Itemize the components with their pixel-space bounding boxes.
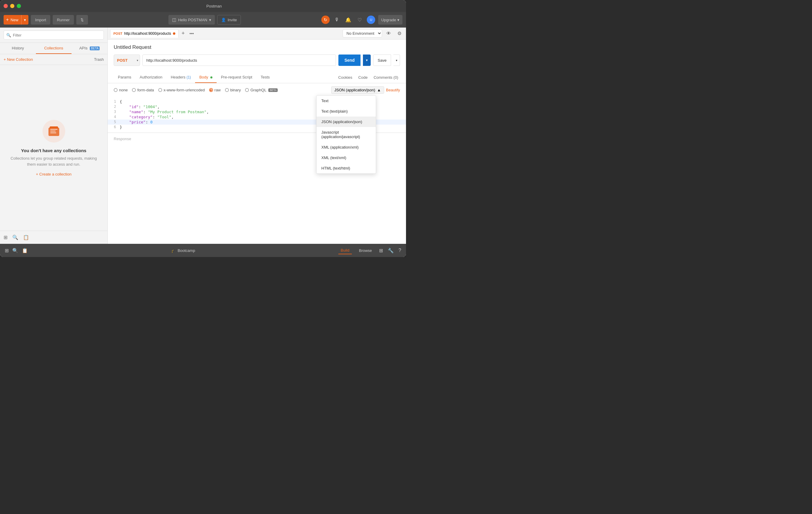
format-option-xml-text[interactable]: XML (text/xml) — [317, 153, 376, 163]
beautify-button[interactable]: Beautify — [386, 88, 400, 92]
url-input[interactable] — [142, 55, 336, 66]
workspace-arrow: ▾ — [209, 18, 211, 22]
mic-button[interactable]: 🎙 — [333, 16, 341, 24]
bell-button[interactable]: 🔔 — [344, 16, 352, 24]
maximize-button[interactable] — [17, 4, 21, 8]
tab-body[interactable]: Body — [195, 72, 216, 83]
sidebar-search-btn[interactable]: 🔍 — [12, 235, 18, 240]
tab-params[interactable]: Params — [114, 72, 136, 83]
heart-button[interactable]: ♡ — [355, 16, 364, 24]
request-tab-right: Cookies Code Comments (0) — [337, 72, 400, 83]
method-select-wrap: POST GET PUT DELETE PATCH ▾ — [114, 55, 140, 66]
add-tab-button[interactable]: + — [180, 30, 187, 36]
request-panel: POST http://localhost:9000/products + ••… — [108, 28, 406, 244]
sidebar-tab-apis[interactable]: APIs BETA — [71, 43, 108, 54]
settings-button[interactable]: ⚙ — [395, 29, 404, 38]
request-tab-active[interactable]: POST http://localhost:9000/products — [110, 29, 179, 38]
eye-button[interactable]: 👁 — [384, 29, 393, 38]
main-layout: 🔍 History Collections APIs BETA + New Co… — [0, 28, 406, 244]
sidebar-empty-state: You don't have any collections Collectio… — [0, 65, 108, 231]
sidebar-tab-collections[interactable]: Collections — [36, 43, 72, 54]
settings-bottom-icon[interactable]: 🔧 — [388, 248, 394, 253]
bottom-history-icon[interactable]: 📋 — [22, 248, 28, 253]
tab-more-button[interactable]: ••• — [187, 31, 196, 36]
tab-pre-request[interactable]: Pre-request Script — [216, 72, 256, 83]
send-button[interactable]: Send — [338, 55, 360, 66]
send-arrow-button[interactable]: ▾ — [363, 55, 371, 66]
method-select[interactable]: POST GET PUT DELETE PATCH — [114, 55, 140, 66]
save-button[interactable]: Save — [373, 55, 391, 66]
sidebar-tab-history[interactable]: History — [0, 43, 36, 54]
create-collection-button[interactable]: + Create a collection — [36, 172, 71, 177]
toolbar: + New ▾ Import Runner ⇅ ◫ Hello POSTMAN … — [0, 12, 406, 28]
tabs-bar: POST http://localhost:9000/products + ••… — [108, 28, 406, 39]
radio-urlencoded[interactable]: x-www-form-urlencoded — [158, 88, 205, 92]
request-area: Untitled Request POST GET PUT DELETE PAT… — [108, 39, 406, 70]
toolbar-right: ↻ 🎙 🔔 ♡ U Upgrade ▾ — [321, 15, 402, 25]
help-icon[interactable]: ? — [399, 248, 401, 253]
radio-form-data[interactable]: form-data — [132, 88, 154, 92]
tab-tests[interactable]: Tests — [256, 72, 274, 83]
svg-rect-4 — [50, 131, 56, 132]
format-option-json[interactable]: JSON (application/json) — [317, 116, 376, 127]
save-arrow-button[interactable]: ▾ — [394, 55, 400, 66]
upgrade-button[interactable]: Upgrade ▾ — [378, 15, 402, 25]
format-option-xml-app[interactable]: XML (application/xml) — [317, 142, 376, 153]
body-dot — [210, 76, 212, 79]
tab-headers[interactable]: Headers (1) — [167, 72, 195, 83]
cookies-link[interactable]: Cookies — [337, 72, 354, 83]
upgrade-label: Upgrade — [381, 18, 396, 22]
format-option-text-plain[interactable]: Text (text/plain) — [317, 106, 376, 116]
radio-binary[interactable]: binary — [225, 88, 241, 92]
workspace-label: Hello POSTMAN — [178, 18, 207, 22]
format-dropdown-button[interactable]: JSON (application/json) ▲ — [331, 86, 384, 94]
search-input[interactable] — [13, 33, 101, 37]
radio-none[interactable]: none — [114, 88, 128, 92]
invite-button[interactable]: 👤 Invite — [217, 15, 241, 25]
new-button-arrow[interactable]: ▾ — [22, 15, 28, 25]
minimize-button[interactable] — [10, 4, 14, 8]
runner-button[interactable]: Runner — [53, 15, 74, 25]
svg-rect-2 — [50, 127, 58, 129]
sync-icon[interactable]: ↻ — [321, 16, 330, 24]
response-label: Response — [114, 137, 132, 141]
environment-select[interactable]: No Environment — [343, 29, 382, 37]
workspace-selector[interactable]: ◫ Hello POSTMAN ▾ — [169, 15, 215, 25]
grid-icon[interactable]: ⊞ — [379, 248, 383, 253]
new-collection-button[interactable]: + New Collection — [4, 57, 33, 62]
import-button[interactable]: Import — [31, 15, 50, 25]
new-button-main[interactable]: + New — [4, 15, 22, 25]
format-option-text[interactable]: Text — [317, 96, 376, 106]
close-button[interactable] — [4, 4, 8, 8]
upgrade-arrow: ▾ — [397, 18, 399, 22]
code-link[interactable]: Code — [357, 72, 370, 83]
bottom-search-icon[interactable]: 🔍 — [12, 248, 18, 253]
tab-authorization[interactable]: Authorization — [136, 72, 167, 83]
bottom-layout-icon[interactable]: ⊞ — [5, 248, 9, 253]
trash-label[interactable]: Trash — [94, 57, 104, 62]
bootcamp-label: Bootcamp — [178, 248, 195, 253]
sidebar-search-area: 🔍 — [0, 28, 108, 43]
format-option-html[interactable]: HTML (text/html) — [317, 163, 376, 173]
browse-tab[interactable]: Browse — [357, 247, 374, 254]
apis-beta-badge: BETA — [90, 47, 99, 50]
format-option-javascript[interactable]: Javascript (application/javascript) — [317, 127, 376, 142]
tab-unsaved-dot — [173, 32, 175, 35]
avatar[interactable]: U — [367, 16, 375, 24]
build-tab[interactable]: Build — [338, 247, 352, 254]
sidebar-layout-icon[interactable]: ⊞ — [4, 235, 7, 240]
radio-raw[interactable]: raw — [209, 88, 221, 92]
app-window: Postman + New ▾ Import Runner ⇅ ◫ Hello … — [0, 0, 406, 257]
sidebar: 🔍 History Collections APIs BETA + New Co… — [0, 28, 108, 244]
comments-link[interactable]: Comments (0) — [372, 72, 400, 83]
request-url-bar: POST GET PUT DELETE PATCH ▾ Send ▾ Save … — [114, 55, 400, 66]
request-title: Untitled Request — [114, 44, 400, 50]
intercept-button[interactable]: ⇅ — [76, 15, 88, 25]
radio-graphql[interactable]: GraphQL BETA — [245, 88, 278, 92]
tabs-bar-right: No Environment 👁 ⚙ — [197, 29, 404, 38]
sidebar-history-icon[interactable]: 📋 — [23, 235, 29, 240]
graphql-badge: BETA — [268, 88, 278, 92]
bootcamp-icon: 🎓 — [171, 248, 176, 253]
new-button[interactable]: + New ▾ — [4, 15, 28, 25]
bootcamp-button[interactable]: 🎓 Bootcamp — [171, 248, 195, 253]
